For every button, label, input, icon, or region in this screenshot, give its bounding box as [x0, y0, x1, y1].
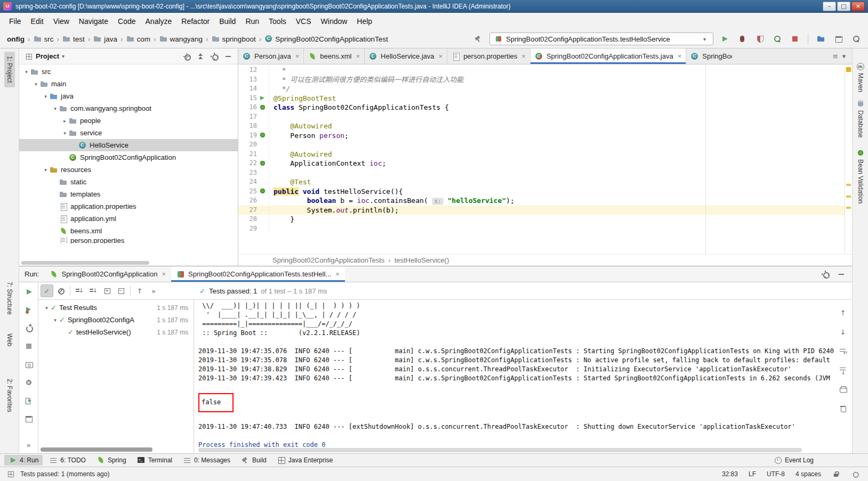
search-everywhere-button[interactable]	[850, 32, 863, 45]
spring-bean-gutter-icon[interactable]	[259, 131, 267, 140]
menu-edit[interactable]: Edit	[26, 14, 49, 28]
test-tree-row[interactable]: ▾✓Test Results1 s 187 ms	[38, 301, 194, 314]
menu-analyze[interactable]: Analyze	[141, 14, 177, 28]
code-line[interactable]: 19 Person person;	[238, 131, 845, 141]
rerun-button[interactable]	[22, 286, 35, 298]
show-ignored-button[interactable]	[54, 284, 67, 297]
breadcrumb-item[interactable]: test	[61, 34, 86, 44]
restore-layout-button[interactable]	[22, 412, 35, 425]
rerun-failed-tests-button[interactable]	[22, 304, 35, 316]
editor-tab-springboc[interactable]: SpringBoc	[686, 48, 732, 64]
layout-button[interactable]	[832, 32, 845, 45]
project-tree-row[interactable]: application.yml	[19, 213, 238, 225]
sort-by-duration-button[interactable]	[87, 284, 100, 297]
warning-stripe-mark[interactable]	[846, 184, 851, 186]
code-line[interactable]: 18 @Autowired	[238, 121, 845, 131]
stop-button[interactable]	[789, 32, 801, 45]
test-tree-scrollbar[interactable]	[41, 447, 152, 452]
more-actions-button[interactable]: »	[147, 284, 160, 297]
tab-close-icon[interactable]: ×	[162, 270, 166, 278]
more-tools-chevron[interactable]: »	[27, 441, 30, 449]
menu-window[interactable]: Window	[316, 14, 352, 28]
toolwindow-button-event-log[interactable]: Event Log	[769, 455, 818, 466]
locate-file-button[interactable]	[180, 50, 193, 63]
tool-stripe-button-7-structure[interactable]: 7: Structure	[4, 278, 15, 319]
close-button[interactable]: ×	[851, 2, 865, 11]
project-tree-row[interactable]: ▾java	[19, 90, 238, 102]
code-line[interactable]: 13 * 可以在测试期间很方便的类似编码一样进行自动注入功能	[238, 75, 845, 85]
toolwindow-button-terminal[interactable]: Terminal	[133, 455, 176, 466]
chevron-down-icon[interactable]: ▾	[62, 53, 65, 59]
lock-icon[interactable]	[832, 470, 840, 478]
tree-chevron-icon[interactable]: ▸	[61, 118, 69, 124]
menu-run[interactable]: Run	[240, 14, 264, 28]
project-tree-row[interactable]: ▾service	[19, 127, 238, 139]
tab-close-icon[interactable]: ×	[678, 52, 682, 60]
print-button[interactable]	[837, 383, 849, 396]
breadcrumb-item[interactable]: wangyang	[158, 34, 205, 44]
clear-console-button[interactable]	[837, 402, 849, 415]
run-gutter-icon[interactable]	[259, 94, 267, 102]
tool-stripe-button-bean-validation[interactable]: Bean Validation	[856, 149, 865, 203]
toolwindow-button-6-todo[interactable]: 6: TODO	[45, 455, 90, 466]
editor-tab-springboot02configapplicationtests-java[interactable]: SpringBoot02ConfigApplicationTests.java×	[531, 48, 686, 64]
tool-stripe-button-web[interactable]: Web	[4, 329, 15, 350]
toggle-auto-test-button[interactable]	[22, 322, 35, 335]
editor-tab-person-java[interactable]: Person.java×	[238, 48, 304, 64]
tab-list-icon[interactable]: ≡▾	[827, 48, 852, 64]
menu-help[interactable]: Help	[352, 14, 377, 28]
breadcrumb-item[interactable]: src	[32, 34, 55, 44]
soft-wrap-button[interactable]	[837, 345, 849, 357]
code-line[interactable]: 17	[238, 112, 845, 122]
tool-stripe-button-2-favorites[interactable]: 2: Favorites	[4, 374, 15, 417]
code-editor[interactable]: 12 *13 * 可以在测试期间很方便的类似编码一样进行自动注入功能14 */1…	[238, 64, 845, 254]
run-settings-button[interactable]	[819, 268, 832, 281]
menu-view[interactable]: View	[49, 14, 74, 28]
hide-run-panel-button[interactable]	[835, 268, 848, 281]
console-output[interactable]: \\/ ___)| |_)| | | | | || (_| | ) ) ) ) …	[194, 300, 834, 453]
breadcrumb-item[interactable]: com	[125, 34, 152, 44]
menu-build[interactable]: Build	[214, 14, 240, 28]
previous-occurrence-button[interactable]: ↑	[133, 284, 146, 297]
status-widget-utf-8[interactable]: UTF-8	[767, 470, 785, 478]
tree-chevron-icon[interactable]: ▾	[22, 69, 30, 75]
breadcrumb-item[interactable]: java	[92, 34, 119, 44]
theme-indicator-icon[interactable]	[851, 470, 859, 478]
menu-tools[interactable]: Tools	[264, 14, 291, 28]
tree-chevron-icon[interactable]: ▾	[61, 131, 69, 136]
debug-button[interactable]	[736, 32, 749, 45]
expand-all-button[interactable]	[101, 284, 114, 297]
spring-bean-gutter-icon[interactable]	[259, 159, 267, 168]
toolwindow-button-build[interactable]: Build	[237, 455, 271, 466]
tab-close-icon[interactable]: ×	[439, 52, 443, 60]
menu-code[interactable]: Code	[113, 14, 140, 28]
tree-chevron-icon[interactable]: ▾	[43, 305, 51, 311]
code-line[interactable]: 22 ApplicationContext ioc;	[238, 159, 845, 168]
status-widget-lf[interactable]: LF	[749, 470, 756, 478]
editor-tab-helloservice-java[interactable]: HelloService.java×	[365, 48, 447, 64]
warning-stripe-mark[interactable]	[846, 195, 851, 198]
tab-close-icon[interactable]: ×	[335, 270, 340, 278]
toolwindow-button-4-run[interactable]: 4: Run	[4, 455, 43, 466]
code-line[interactable]: 15@SpringBootTest	[238, 94, 845, 103]
editor-tab-beens-xml[interactable]: beens.xml×	[304, 48, 365, 64]
collapse-all-button[interactable]	[194, 50, 207, 63]
menu-file[interactable]: File	[4, 14, 26, 28]
project-tree-row[interactable]: beens.xml	[19, 225, 238, 237]
project-structure-button[interactable]	[815, 32, 827, 45]
show-passed-button[interactable]: ✓	[41, 284, 53, 297]
editor-tab-person-properties[interactable]: person.properties×	[447, 48, 531, 64]
breadcrumb-item[interactable]: SpringBoot02ConfigApplicationTest	[263, 34, 390, 44]
tree-chevron-icon[interactable]: ▾	[42, 94, 50, 99]
tab-close-icon[interactable]: ×	[521, 52, 526, 60]
project-tree-row[interactable]: SpringBoot02ConfigApplication	[19, 151, 238, 164]
menu-navigate[interactable]: Navigate	[74, 14, 113, 28]
sort-alphabetically-button[interactable]	[73, 284, 86, 297]
menu-refactor[interactable]: Refactor	[176, 14, 214, 28]
menu-vcs[interactable]: VCS	[291, 14, 316, 28]
project-horizontal-scrollbar[interactable]	[21, 261, 149, 265]
code-line[interactable]: 16class SpringBoot02ConfigApplicationTes…	[238, 103, 845, 112]
tree-chevron-icon[interactable]: ▾	[42, 167, 50, 173]
project-tree-row[interactable]: ▸people	[19, 115, 238, 127]
tab-close-icon[interactable]: ×	[356, 52, 360, 60]
